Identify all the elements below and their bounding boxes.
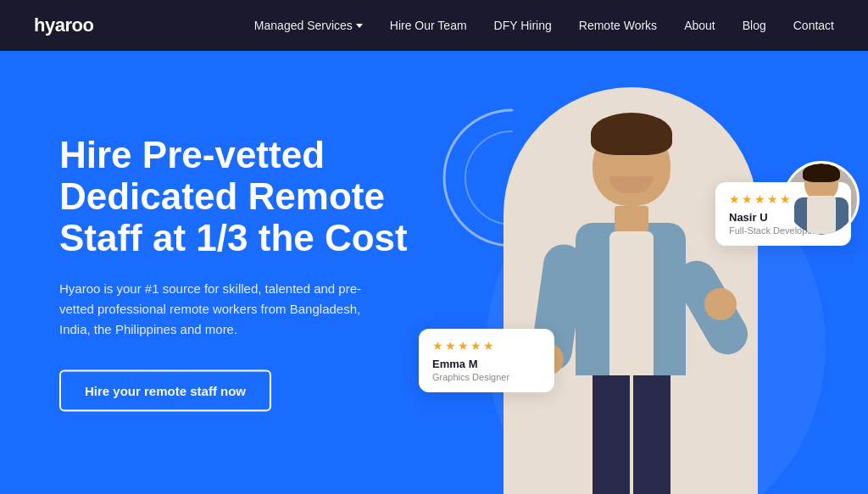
- star-b5: ★: [483, 339, 494, 352]
- nav-item-about[interactable]: About: [684, 19, 715, 32]
- body-inner-shirt: [609, 231, 654, 375]
- star-4: ★: [767, 192, 778, 206]
- thumb-shirt: [807, 196, 836, 234]
- hero-section: Hire Pre-vetted Dedicated Remote Staff a…: [0, 51, 868, 494]
- nav-link-blog[interactable]: Blog: [743, 19, 766, 32]
- cta-button[interactable]: Hire your remote staff now: [59, 370, 271, 412]
- leg-right: [633, 358, 670, 494]
- hero-title: Hire Pre-vetted Dedicated Remote Staff a…: [59, 133, 466, 258]
- person-figure: [508, 96, 754, 494]
- hair: [591, 113, 672, 155]
- nav-item-contact[interactable]: Contact: [793, 19, 834, 32]
- chevron-down-icon: [356, 24, 363, 28]
- thumb-hair: [803, 164, 840, 182]
- nav-item-hire-our-team[interactable]: Hire Our Team: [390, 19, 467, 32]
- nav-item-remote-works[interactable]: Remote Works: [579, 19, 657, 32]
- nav-link-dfy-hiring[interactable]: DFY Hiring: [494, 19, 552, 32]
- brand-logo[interactable]: hyaroo: [34, 14, 93, 36]
- leg-left: [593, 358, 630, 494]
- hero-subtitle: Hyaroo is your #1 source for skilled, ta…: [59, 279, 381, 340]
- nav-link-remote-works[interactable]: Remote Works: [579, 19, 657, 32]
- hand-right: [704, 288, 737, 320]
- star-5: ★: [780, 192, 791, 206]
- nav-link-contact[interactable]: Contact: [793, 19, 834, 32]
- nav-links: Managed Services Hire Our Team DFY Hirin…: [254, 19, 834, 32]
- nav-item-managed-services[interactable]: Managed Services: [254, 19, 363, 32]
- nav-link-about[interactable]: About: [684, 19, 715, 32]
- star-2: ★: [742, 192, 753, 206]
- star-b4: ★: [470, 339, 481, 352]
- nav-item-blog[interactable]: Blog: [743, 19, 766, 32]
- nav-item-dfy-hiring[interactable]: DFY Hiring: [494, 19, 552, 32]
- hero-content: Hire Pre-vetted Dedicated Remote Staff a…: [59, 133, 466, 412]
- star-1: ★: [729, 192, 740, 206]
- nav-link-managed-services[interactable]: Managed Services: [254, 19, 363, 32]
- nav-link-hire-our-team[interactable]: Hire Our Team: [390, 19, 467, 32]
- neck: [615, 206, 648, 231]
- navigation: hyaroo Managed Services Hire Our Team DF…: [0, 0, 868, 51]
- star-3: ★: [754, 192, 765, 206]
